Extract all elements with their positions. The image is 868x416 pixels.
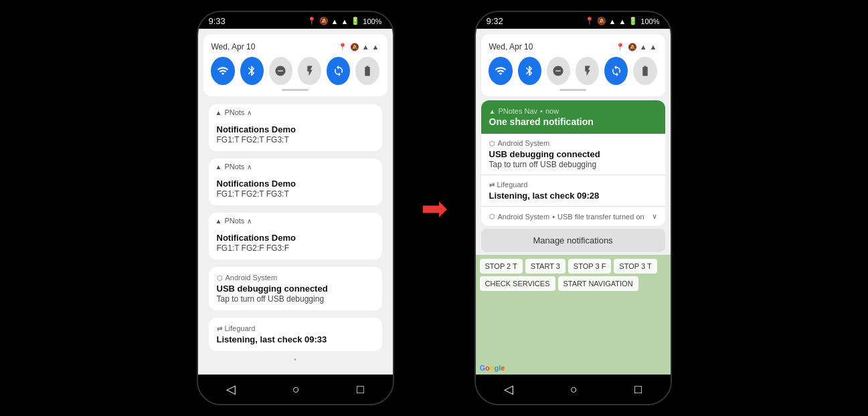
r-battery-icon: 🔋	[628, 17, 638, 25]
battery-icon: 🔋	[351, 17, 360, 25]
notif-item-2[interactable]: Notifications Demo FG1:T FG2:T FG3:T	[209, 172, 382, 205]
signal-icon: ▲	[341, 17, 348, 25]
check-services-label: CHECK SERVICES	[485, 280, 550, 288]
r-usb-app-icon: ⬡	[489, 140, 495, 147]
left-status-bar: 9:33 📍 🔕 ▲ ▲ 🔋 100%	[198, 12, 393, 29]
pnots-label-1: PNots	[224, 108, 244, 116]
pnotes-green-title: One shared notification	[489, 116, 657, 127]
map-buttons-container: STOP 2 T START 3 STOP 3 F STOP 3 T CHECK…	[476, 255, 671, 295]
android-system-inner: ⬡ Android System USB debugging connected…	[481, 134, 665, 175]
left-nav-bar: ◁ ○ □	[198, 375, 393, 404]
r-android-system-name: Android System	[498, 139, 550, 147]
back-button[interactable]: ◁	[226, 382, 236, 397]
r-back-button[interactable]: ◁	[504, 382, 513, 397]
home-button[interactable]: ○	[292, 383, 300, 397]
battery-percent: 100%	[363, 17, 381, 25]
right-arrow-icon: ➡	[421, 189, 448, 227]
stop3t-label: STOP 3 T	[619, 262, 651, 270]
right-nav-bar: ◁ ○ □	[476, 375, 671, 404]
r-lifeguard-title: Listening, last check 09:28	[489, 191, 657, 201]
r-lifeguard-app-row: ⇄ Lifeguard	[489, 181, 657, 189]
r-battery-percent: 100%	[640, 17, 659, 25]
pnots-chevron-3: ∧	[247, 217, 252, 225]
left-notif-group-4: ⬡ Android System USB debugging connected…	[209, 267, 382, 310]
notif-item-1[interactable]: Notifications Demo FG1:T FG2:T FG3:T	[209, 118, 382, 151]
left-notifications-list: ▲ PNots ∧ Notifications Demo FG1:T FG2:T…	[198, 96, 393, 375]
map-btn-stop3t[interactable]: STOP 3 T	[614, 259, 657, 274]
usb-transfer-left: ⬡ Android System • USB file transfer tur…	[489, 213, 644, 221]
usb-body: Tap to turn off USB debugging	[217, 294, 374, 304]
r-wifi-toggle[interactable]	[489, 57, 512, 85]
r-home-button[interactable]: ○	[570, 383, 578, 397]
flashlight-toggle[interactable]	[298, 57, 321, 85]
stop2t-label: STOP 2 T	[485, 262, 517, 270]
notif-item-lifeguard[interactable]: ⇄ Lifeguard Listening, last check 09:33	[209, 318, 382, 351]
qs-divider	[282, 89, 309, 91]
pnotes-green-time: now	[545, 107, 559, 115]
right-pnotes-wrapper: ▲ PNotes Nav • now One shared notificati…	[481, 100, 665, 226]
wifi-toggle[interactable]	[211, 57, 234, 85]
pnots-triangle-2: ▲	[215, 163, 222, 171]
r-sync-toggle[interactable]	[604, 57, 628, 85]
map-btn-check-services[interactable]: CHECK SERVICES	[480, 276, 555, 291]
pnots-triangle-3: ▲	[215, 217, 222, 225]
notif-app-row-usb: ⬡ Android System	[217, 274, 374, 282]
map-btn-start3[interactable]: START 3	[525, 259, 566, 274]
map-btn-start-navigation[interactable]: START NAVIGATION	[558, 276, 638, 291]
lifeguard-title: Listening, last check 09:33	[217, 334, 374, 344]
r-battery-saver-toggle[interactable]	[633, 57, 657, 85]
usb-transfer-app: Android System	[498, 213, 550, 221]
left-dot: •	[203, 354, 387, 365]
r-recents-button[interactable]: □	[634, 383, 642, 397]
r-qs-divider	[559, 89, 586, 91]
map-btn-stop2t[interactable]: STOP 2 T	[480, 259, 523, 274]
pnots-label-2: PNots	[224, 163, 244, 171]
r-usb-body: Tap to turn off USB debugging	[489, 160, 657, 169]
left-notif-group-3: ▲ PNots ∧ Notifications Demo FG1:T FG2:F…	[209, 213, 382, 259]
r-flashlight-toggle[interactable]	[576, 57, 599, 85]
right-qs-header: Wed, Apr 10 📍 🔕 ▲ ▲	[487, 39, 660, 57]
pnotes-green-triangle: ▲	[489, 108, 496, 115]
recents-button[interactable]: □	[357, 383, 364, 397]
notif-title-1: Notifications Demo	[217, 124, 374, 134]
phones-container: 9:33 📍 🔕 ▲ ▲ 🔋 100% Wed, Apr 10 📍 🔕 ▲	[197, 11, 672, 405]
notif-body-2: FG1:T FG2:T FG3:T	[217, 189, 374, 199]
notif-item-usb[interactable]: ⬡ Android System USB debugging connected…	[209, 267, 382, 310]
start3-label: START 3	[531, 262, 560, 270]
notif-item-3[interactable]: Notifications Demo FG1:T FG2:F FG3:F	[209, 226, 382, 259]
battery-saver-toggle[interactable]	[355, 57, 379, 85]
right-quick-settings: Wed, Apr 10 📍 🔕 ▲ ▲	[481, 34, 665, 96]
r-wifi-icon: ▲	[609, 17, 616, 25]
notif-body-1: FG1:T FG2:T FG3:T	[217, 135, 374, 144]
right-qs-buttons	[487, 57, 660, 85]
r-qs-location-icon: 📍	[616, 43, 625, 51]
right-qs-date: Wed, Apr 10	[489, 42, 533, 51]
left-notif-group-5: ⇄ Lifeguard Listening, last check 09:33	[209, 318, 382, 351]
manage-notifications-row[interactable]: Manage notifications	[481, 229, 665, 252]
right-android-system-card[interactable]: ⬡ Android System USB debugging connected…	[481, 134, 665, 226]
pnotes-green-notif[interactable]: ▲ PNotes Nav • now One shared notificati…	[481, 100, 665, 134]
r-bluetooth-toggle[interactable]	[518, 57, 541, 85]
r-qs-signal-icon: ▲	[650, 43, 657, 51]
left-qs-header: Wed, Apr 10 📍 🔕 ▲ ▲	[209, 39, 382, 57]
bluetooth-toggle[interactable]	[240, 57, 264, 85]
usb-transfer-row[interactable]: ⬡ Android System • USB file transfer tur…	[481, 207, 665, 226]
map-btn-stop3f[interactable]: STOP 3 F	[568, 259, 612, 274]
map-area: STOP 2 T START 3 STOP 3 F STOP 3 T CHECK…	[476, 255, 671, 375]
location-icon: 📍	[307, 17, 317, 25]
sync-toggle[interactable]	[327, 57, 350, 85]
notif-title-3: Notifications Demo	[217, 233, 374, 243]
dnd-toggle[interactable]	[269, 57, 292, 85]
left-notif-group-2: ▲ PNots ∧ Notifications Demo FG1:T FG2:T…	[209, 159, 382, 205]
manage-notifications-label: Manage notifications	[533, 235, 612, 245]
r-qs-wifi-icon: ▲	[640, 43, 647, 51]
pnotes-green-header: ▲ PNotes Nav • now	[489, 107, 657, 115]
pnots-label-3: PNots	[224, 217, 244, 225]
usb-app-icon: ⬡	[217, 274, 223, 282]
right-phone: 9:32 📍 🔕 ▲ ▲ 🔋 100% Wed, Apr 10 📍 🔕 ▲	[474, 11, 672, 405]
usb-transfer-chevron: ∨	[652, 212, 657, 221]
r-dnd-toggle[interactable]	[547, 57, 570, 85]
left-notification-panel: Wed, Apr 10 📍 🔕 ▲ ▲	[198, 29, 393, 375]
r-lifeguard-icon: ⇄	[489, 181, 495, 189]
notif-title-2: Notifications Demo	[217, 179, 374, 189]
